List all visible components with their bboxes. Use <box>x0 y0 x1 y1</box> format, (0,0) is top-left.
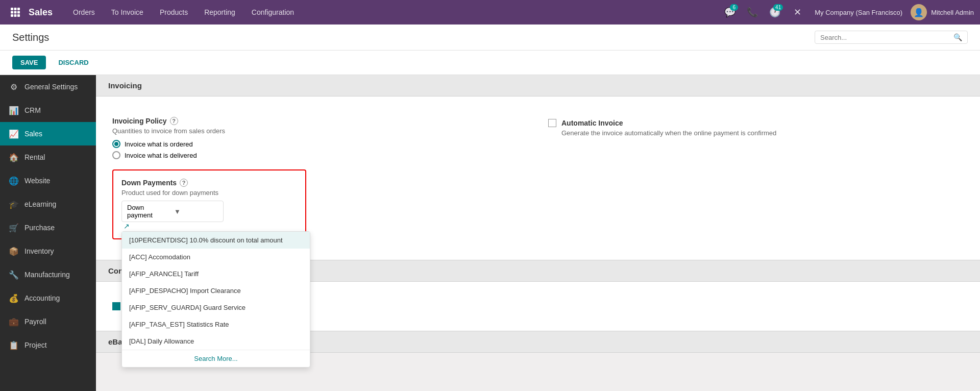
sidebar-item-purchase[interactable]: 🛒 Purchase <box>0 216 96 239</box>
clock-icon[interactable]: 🕐 41 <box>766 3 784 21</box>
dropdown-item-6[interactable]: [DAL] Daily Allowance <box>122 333 310 350</box>
website-icon: 🌐 <box>8 175 19 186</box>
sidebar-item-sales[interactable]: 📈 Sales <box>0 122 96 145</box>
radio-delivered-label: Invoice what is delivered <box>125 152 197 159</box>
sidebar-label-project: Project <box>24 341 47 349</box>
sidebar-label-payroll: Payroll <box>24 317 46 326</box>
user-name: Mitchell Admin <box>931 9 974 16</box>
sidebar-item-website[interactable]: 🌐 Website <box>0 169 96 192</box>
save-button[interactable]: SAVE <box>12 56 46 69</box>
sidebar-item-accounting[interactable]: 💰 Accounting <box>0 286 96 310</box>
connectivity-checkbox[interactable] <box>112 302 120 310</box>
discard-button[interactable]: DISCARD <box>50 56 96 69</box>
sidebar-item-manufacturing[interactable]: 🔧 Manufacturing <box>0 263 96 286</box>
automatic-invoice-checkbox[interactable] <box>548 119 556 127</box>
sidebar-label-rental: Rental <box>24 153 45 161</box>
dropdown-list: [10PERCENTDISC] 10.0% discount on total … <box>121 231 310 368</box>
invoicing-title: Invoicing <box>108 81 142 90</box>
inventory-icon: 📦 <box>8 246 19 257</box>
svg-rect-3 <box>11 11 13 14</box>
invoicing-policy-row: Invoicing Policy ? Quantities to invoice… <box>112 109 964 248</box>
nav-orders[interactable]: Orders <box>65 0 103 25</box>
accounting-icon: 💰 <box>8 292 19 304</box>
down-payments-wrapper: Down payment ▼ ↗ [10PERCENTDISC] 10.0% d… <box>121 201 297 230</box>
sidebar-item-project[interactable]: 📋 Project <box>0 333 96 357</box>
content-area: Invoicing Invoicing Policy ? Quantities … <box>96 75 980 391</box>
search-input[interactable] <box>820 34 953 41</box>
page-title: Settings <box>12 32 49 43</box>
payroll-icon: 💼 <box>8 316 19 327</box>
nav-to-invoice[interactable]: To Invoice <box>103 0 152 25</box>
nav-reporting[interactable]: Reporting <box>196 0 243 25</box>
phone-icon[interactable]: 📞 <box>743 3 762 21</box>
external-link-icon[interactable]: ↗ <box>124 222 130 230</box>
sidebar-item-payroll[interactable]: 💼 Payroll <box>0 310 96 333</box>
avatar[interactable]: 👤 <box>911 4 927 20</box>
sidebar-label-accounting: Accounting <box>24 294 60 302</box>
dropdown-item-1[interactable]: [ACC] Accomodation <box>122 249 310 265</box>
radio-invoice-delivered[interactable]: Invoice what is delivered <box>112 151 528 159</box>
automatic-invoice-col: Automatic Invoice Generate the invoice a… <box>548 117 964 239</box>
project-icon: 📋 <box>8 339 19 351</box>
sidebar-label-elearning: eLearning <box>24 200 56 208</box>
dropdown-item-2[interactable]: [AFIP_ARANCEL] Tariff <box>122 265 310 282</box>
automatic-invoice-desc: Generate the invoice automatically when … <box>561 129 776 137</box>
dropdown-item-3[interactable]: [AFIP_DESPACHO] Import Clearance <box>122 282 310 299</box>
crm-icon: 📊 <box>8 105 19 116</box>
sidebar-label-crm: CRM <box>24 106 41 114</box>
close-icon[interactable]: ✕ <box>788 3 806 21</box>
company-name: My Company (San Francisco) <box>815 9 902 16</box>
down-payments-dropdown[interactable]: Down payment ▼ <box>121 201 224 222</box>
svg-rect-2 <box>17 8 20 10</box>
search-bar[interactable]: 🔍 <box>815 31 968 44</box>
dropdown-item-4[interactable]: [AFIP_SERV_GUARDA] Guard Service <box>122 299 310 316</box>
elearning-icon: 🎓 <box>8 199 19 210</box>
sidebar-item-crm[interactable]: 📊 CRM <box>0 99 96 122</box>
dropdown-search-more[interactable]: Search More... <box>122 350 310 367</box>
invoicing-policy-label: Invoicing Policy ? <box>112 117 528 125</box>
sidebar-label-inventory: Inventory <box>24 247 54 255</box>
sidebar-label-general-settings: General Settings <box>24 83 78 91</box>
invoicing-policy-col: Invoicing Policy ? Quantities to invoice… <box>112 117 528 239</box>
action-bar: SAVE DISCARD <box>0 51 980 75</box>
main-layout: ⚙ General Settings 📊 CRM 📈 Sales 🏠 Renta… <box>0 75 980 391</box>
down-payments-box: Down Payments ? Product used for down pa… <box>112 169 306 239</box>
invoicing-policy-help-icon[interactable]: ? <box>170 117 178 125</box>
radio-invoice-ordered[interactable]: Invoice what is ordered <box>112 140 528 148</box>
invoicing-policy-desc: Quantities to invoice from sales orders <box>112 127 528 135</box>
app-brand: Sales <box>29 7 53 18</box>
chat-icon[interactable]: 💬 6 <box>721 3 739 21</box>
nav-configuration[interactable]: Configuration <box>243 0 302 25</box>
sidebar-label-purchase: Purchase <box>24 224 55 232</box>
nav-right-icons: 💬 6 📞 🕐 41 ✕ My Company (San Francisco) … <box>721 3 974 21</box>
sidebar-label-sales: Sales <box>24 130 42 138</box>
sidebar-label-website: Website <box>24 177 50 185</box>
general-settings-icon: ⚙ <box>8 81 19 92</box>
search-icon: 🔍 <box>953 33 962 41</box>
svg-rect-6 <box>11 14 13 17</box>
sidebar-item-elearning[interactable]: 🎓 eLearning <box>0 192 96 216</box>
clock-badge: 41 <box>773 4 783 11</box>
sidebar-item-general-settings[interactable]: ⚙ General Settings <box>0 75 96 99</box>
top-navigation: Sales Orders To Invoice Products Reporti… <box>0 0 980 25</box>
down-payments-help-icon[interactable]: ? <box>180 179 188 187</box>
apps-menu-icon[interactable] <box>6 3 24 21</box>
sidebar-item-rental[interactable]: 🏠 Rental <box>0 145 96 169</box>
nav-links: Orders To Invoice Products Reporting Con… <box>65 0 721 25</box>
svg-rect-0 <box>11 8 13 10</box>
settings-content: Invoicing Policy ? Quantities to invoice… <box>96 96 980 260</box>
dropdown-item-0[interactable]: [10PERCENTDISC] 10.0% discount on total … <box>122 232 310 249</box>
rental-icon: 🏠 <box>8 152 19 163</box>
page-header: Settings 🔍 <box>0 25 980 51</box>
down-payments-value: Down payment <box>127 204 171 219</box>
nav-products[interactable]: Products <box>152 0 196 25</box>
sidebar-item-inventory[interactable]: 📦 Inventory <box>0 239 96 263</box>
invoicing-policy-options: Invoice what is ordered Invoice what is … <box>112 140 528 159</box>
radio-ordered-label: Invoice what is ordered <box>125 140 193 148</box>
dropdown-arrow-icon: ▼ <box>174 208 218 215</box>
dropdown-item-5[interactable]: [AFIP_TASA_EST] Statistics Rate <box>122 316 310 333</box>
svg-rect-4 <box>14 11 17 14</box>
radio-ordered-dot <box>112 140 120 148</box>
manufacturing-icon: 🔧 <box>8 269 19 280</box>
down-payments-title: Down Payments ? <box>121 179 297 187</box>
